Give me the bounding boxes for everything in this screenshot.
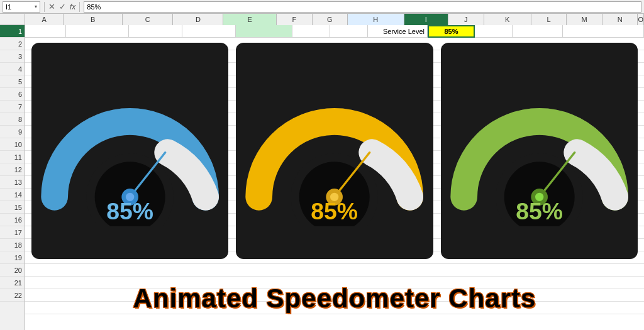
col-header-g[interactable]: G xyxy=(313,14,348,25)
row-number-5: 5 xyxy=(0,75,25,88)
col-header-f[interactable]: F xyxy=(277,14,313,25)
cell-g1[interactable] xyxy=(330,25,368,38)
formula-icons: ✕ ✓ fx xyxy=(48,2,75,11)
name-box-value: I1 xyxy=(6,3,11,11)
row-number-9: 9 xyxy=(0,126,25,138)
row-number-18: 18 xyxy=(0,239,25,251)
row-number-14: 14 xyxy=(0,189,25,201)
name-box-arrow: ▾ xyxy=(35,4,37,9)
col-header-d[interactable]: D xyxy=(173,14,223,25)
charts-section: 85% xyxy=(25,38,644,264)
fx-icon[interactable]: fx xyxy=(70,3,75,11)
cell-d1[interactable] xyxy=(182,25,236,38)
col-header-l[interactable]: L xyxy=(531,14,567,25)
cell-j1[interactable] xyxy=(475,25,513,38)
col-header-c[interactable]: C xyxy=(123,14,173,25)
column-headers: A B C D E F G H I J K L M N O xyxy=(0,14,644,25)
formula-bar[interactable]: 85% xyxy=(84,1,641,13)
col-header-a[interactable]: A xyxy=(25,14,64,25)
col-header-n[interactable]: N xyxy=(602,14,638,25)
row-number-19: 19 xyxy=(0,251,25,264)
row-number-2: 2 xyxy=(0,38,25,50)
row-number-12: 12 xyxy=(0,163,25,176)
spreadsheet-body: 12345678910111213141516171819202122 Serv… xyxy=(0,25,644,330)
row-number-13: 13 xyxy=(0,176,25,189)
col-header-h[interactable]: H xyxy=(348,14,404,25)
cell-f1[interactable] xyxy=(292,25,330,38)
row-number-11: 11 xyxy=(0,151,25,163)
speedometer-green-svg: 85% xyxy=(447,75,631,226)
separator-1 xyxy=(44,2,45,12)
svg-text:85%: 85% xyxy=(311,198,358,224)
row-number-1: 1 xyxy=(0,25,25,38)
speedometer-blue: 85% xyxy=(31,43,228,259)
cell-i1-value[interactable]: 85% xyxy=(428,25,475,38)
confirm-icon[interactable]: ✓ xyxy=(59,2,66,11)
cell-rest1[interactable] xyxy=(563,25,644,38)
speedometer-blue-svg: 85% xyxy=(38,75,222,226)
cell-b1[interactable] xyxy=(66,25,129,38)
col-header-j[interactable]: J xyxy=(448,14,484,25)
col-header-o[interactable]: O xyxy=(638,14,644,25)
row-number-16: 16 xyxy=(0,214,25,226)
row-number-22: 22 xyxy=(0,289,25,302)
row-number-4: 4 xyxy=(0,63,25,75)
speedometer-yellow: 85% xyxy=(236,43,433,259)
col-header-k[interactable]: K xyxy=(484,14,531,25)
row-numbers: 12345678910111213141516171819202122 xyxy=(0,25,25,330)
empty-row-20[interactable] xyxy=(25,264,644,277)
row-number-21: 21 xyxy=(0,277,25,289)
row-number-17: 17 xyxy=(0,226,25,239)
cell-h1-service-level[interactable]: Service Level xyxy=(368,25,428,38)
separator-2 xyxy=(79,2,80,12)
row-number-6: 6 xyxy=(0,88,25,101)
cell-e1[interactable] xyxy=(236,25,292,38)
col-header-e[interactable]: E xyxy=(223,14,277,25)
cancel-icon[interactable]: ✕ xyxy=(48,2,55,11)
formula-value: 85% xyxy=(87,3,101,11)
row-number-20: 20 xyxy=(0,264,25,277)
col-header-m[interactable]: M xyxy=(567,14,602,25)
chart-main-title: Animated Speedometer Charts xyxy=(133,283,536,314)
row-number-15: 15 xyxy=(0,201,25,214)
svg-text:85%: 85% xyxy=(106,198,153,224)
row-1: Service Level 85% xyxy=(25,25,644,38)
row-number-10: 10 xyxy=(0,138,25,151)
name-box[interactable]: I1 ▾ xyxy=(3,1,40,13)
row-number-3: 3 xyxy=(0,50,25,63)
row-number-8: 8 xyxy=(0,113,25,126)
cell-k1[interactable] xyxy=(513,25,563,38)
svg-text:85%: 85% xyxy=(516,198,563,224)
grid-area[interactable]: Service Level 85% xyxy=(25,25,644,330)
col-header-b[interactable]: B xyxy=(64,14,123,25)
row-number-7: 7 xyxy=(0,101,25,113)
row-header-spacer xyxy=(0,14,25,25)
chart-title-area: Animated Speedometer Charts xyxy=(25,280,644,317)
cell-a1[interactable] xyxy=(25,25,66,38)
excel-toolbar: I1 ▾ ✕ ✓ fx 85% xyxy=(0,0,644,14)
speedometer-yellow-svg: 85% xyxy=(242,75,426,226)
speedometer-green: 85% xyxy=(441,43,638,259)
cell-c1[interactable] xyxy=(129,25,182,38)
col-header-i[interactable]: I xyxy=(404,14,449,25)
